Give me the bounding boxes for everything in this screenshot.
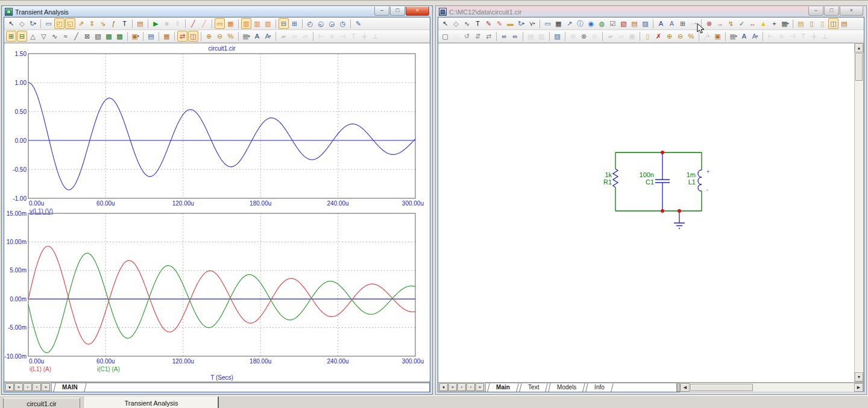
capacitor-value-label[interactable]: 100n xyxy=(640,171,654,178)
pulse-edit-icon[interactable]: ↯ xyxy=(726,18,736,29)
scroll-right-button[interactable]: ▶ xyxy=(854,383,863,392)
warning-icon[interactable]: ▲ xyxy=(758,18,769,29)
taskbar-tab-transient-analysis[interactable]: Transient Analysis xyxy=(84,397,218,408)
sheet-tab-models[interactable]: Models xyxy=(548,383,585,392)
run-icon[interactable]: ▶ xyxy=(151,18,161,29)
vertical-scroll-thumb[interactable] xyxy=(855,53,863,81)
taskbar-tab-circuit1[interactable]: circuit1.cir xyxy=(3,398,80,408)
select-box-icon[interactable]: ▢ xyxy=(440,31,450,42)
grid-options-icon[interactable]: ▦▾ xyxy=(728,31,738,42)
flip-horizontal-icon[interactable]: ⇄ xyxy=(483,31,494,42)
next-sheet-button[interactable]: › xyxy=(33,383,41,391)
minimize-button[interactable]: – xyxy=(808,7,823,16)
stepping-icon[interactable]: ▤ xyxy=(629,18,640,29)
restore-scale-icon[interactable]: ◷ xyxy=(338,18,348,29)
table-icon[interactable]: ▦ xyxy=(553,18,564,29)
scroll-down-button[interactable]: ▼ xyxy=(855,372,863,381)
plot-cross-icon[interactable]: ⊠ xyxy=(82,31,92,42)
inductor-value-label[interactable]: 1m xyxy=(687,171,696,178)
draw-wire-icon[interactable]: ✎ xyxy=(483,18,494,29)
font-color-icon[interactable]: A▾ xyxy=(750,31,760,42)
zoom-out-icon[interactable]: ⊖ xyxy=(215,31,225,42)
scale-auto-icon[interactable]: ◶ xyxy=(327,18,337,29)
plot-wave-alt-icon[interactable]: ≈ xyxy=(60,31,71,42)
plot-wave-icon[interactable]: ∿ xyxy=(49,31,60,42)
plot-ramp-icon[interactable]: ╱ xyxy=(71,31,81,42)
new-page-icon[interactable]: ▯ xyxy=(643,31,653,42)
sheet-tab-info[interactable]: Info xyxy=(586,383,614,392)
close-circle-icon[interactable]: ⊗ xyxy=(579,31,589,42)
edit-attributes-icon[interactable]: ▨ xyxy=(552,31,562,42)
cursor-grid-icon[interactable]: ▦ xyxy=(225,18,236,29)
sheet-menu-button[interactable]: ▾ xyxy=(439,383,448,391)
probe-icon[interactable]: ↗ xyxy=(564,18,574,29)
image-icon[interactable]: ▭ xyxy=(542,18,553,29)
plot-grid-xy-icon[interactable]: ⊞ xyxy=(6,31,16,42)
watch-window-icon[interactable]: ▦ xyxy=(162,31,172,42)
resistor-value-label[interactable]: 1k xyxy=(605,171,612,178)
draw-line-icon[interactable]: ✎ xyxy=(494,18,505,29)
annotate-icon[interactable]: ▨ xyxy=(640,18,650,29)
refresh-view-icon[interactable]: ↻▾ xyxy=(28,18,38,29)
titlebar[interactable]: C:\MC12\data\circuit1.cir – □ × xyxy=(438,6,864,17)
zoom-percent-icon[interactable]: % xyxy=(225,31,236,42)
zoom-percent-icon[interactable]: % xyxy=(686,31,696,42)
new-document-icon[interactable]: ▯ xyxy=(807,18,817,29)
save-document-icon[interactable]: ▯ xyxy=(817,18,828,29)
numeric-output-icon[interactable]: ▤ xyxy=(146,31,156,42)
tag-formula-icon[interactable]: ƒ xyxy=(108,18,119,29)
panel-two-icon[interactable]: ▥ xyxy=(252,18,262,29)
inductor-ref-label[interactable]: L1 xyxy=(688,178,696,186)
cursor-window-icon[interactable]: ▭ xyxy=(215,18,225,29)
close-button[interactable]: × xyxy=(840,7,863,16)
first-sheet-button[interactable]: « xyxy=(14,383,23,391)
ground-symbol[interactable] xyxy=(674,211,685,228)
capacitor-ref-label[interactable]: C1 xyxy=(646,178,654,186)
panel-three-icon[interactable]: ▥ xyxy=(263,18,273,29)
series-legend[interactable]: i(C1) (A) xyxy=(97,366,120,372)
find-icon[interactable]: ∞ xyxy=(499,31,509,42)
vertical-scrollbar[interactable]: ▲ ▼ xyxy=(854,43,864,382)
tag-vertical-icon[interactable]: ⇕ xyxy=(87,18,97,29)
text-tool-icon[interactable]: T xyxy=(119,18,130,29)
zoom-in-icon[interactable]: ⊕ xyxy=(664,31,675,42)
slope-line-icon[interactable]: ╱ xyxy=(188,18,198,29)
cursor-mode-icon[interactable]: ⇄ xyxy=(177,31,187,42)
font-icon[interactable]: A xyxy=(252,31,262,42)
scale-x-icon[interactable]: ◴ xyxy=(305,18,315,29)
analysis-chart-icon[interactable]: ▧ xyxy=(618,18,629,29)
sheet-tab-main[interactable]: Main xyxy=(487,383,518,392)
zoom-out-icon[interactable]: ⊖ xyxy=(675,31,685,42)
panel-one-icon[interactable]: ▥ xyxy=(241,18,251,29)
sheet-tab-main[interactable]: MAIN xyxy=(53,383,86,392)
tag-horizontal-icon[interactable]: ⇘ xyxy=(98,18,108,29)
crosshair-icon[interactable]: + xyxy=(769,18,779,29)
scroll-up-button[interactable]: ▲ xyxy=(855,43,863,52)
plot-valley-icon[interactable]: ▽ xyxy=(39,31,49,42)
inductor-symbol[interactable] xyxy=(698,170,702,191)
properties-icon[interactable]: ▤ xyxy=(839,18,849,29)
link-select-icon[interactable]: ◫ xyxy=(828,18,838,29)
plot-panel[interactable]: 1.501.000.500.00-0.50-1.000.00u60.00u120… xyxy=(4,43,430,382)
find-text-icon[interactable]: A xyxy=(656,18,666,29)
minimize-button[interactable]: – xyxy=(374,7,389,16)
flag-check-icon[interactable]: ☑ xyxy=(608,18,618,29)
select-mode-icon[interactable]: ↖ xyxy=(6,18,16,29)
resistor-ref-label[interactable]: R1 xyxy=(603,178,612,186)
tag-slope-icon[interactable]: ⇗ xyxy=(76,18,86,29)
plot-multi-alt-icon[interactable]: ▩ xyxy=(115,31,125,42)
component-bus-icon[interactable]: ▬ xyxy=(505,18,515,29)
next-sheet-button[interactable]: › xyxy=(467,383,475,391)
last-sheet-button[interactable]: » xyxy=(476,383,484,391)
wire-mode-icon[interactable]: ∿ xyxy=(462,18,472,29)
node-align-icon[interactable]: → xyxy=(715,18,725,29)
help-sphere-icon[interactable]: ◉ xyxy=(586,18,596,29)
plot-peak-icon[interactable]: △ xyxy=(28,31,38,42)
last-sheet-button[interactable]: » xyxy=(42,383,50,391)
edit-annotate-icon[interactable]: ✎ xyxy=(353,18,363,29)
first-sheet-button[interactable]: « xyxy=(448,383,457,391)
split-grid-icon[interactable]: ⊞ xyxy=(289,18,300,29)
maximize-button[interactable]: □ xyxy=(390,7,405,16)
web-update-icon[interactable]: ◍ xyxy=(597,18,607,29)
font-color-icon[interactable]: A▾ xyxy=(263,31,273,42)
